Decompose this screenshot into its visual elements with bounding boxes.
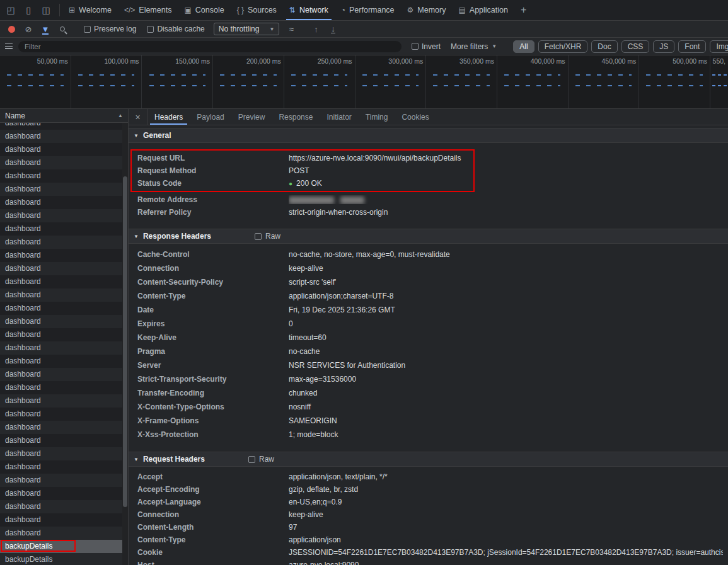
request-row-dashboard[interactable]: dashboard xyxy=(0,262,122,275)
request-row-backupdetails[interactable]: backupDetails xyxy=(0,540,122,553)
request-row-dashboard[interactable]: dashboard xyxy=(0,275,122,288)
preserve-log-checkbox[interactable]: Preserve log xyxy=(84,25,136,33)
detail-tab-response[interactable]: Response xyxy=(272,109,320,125)
filter-chip-css[interactable]: CSS xyxy=(621,40,650,53)
collapse-triangle-icon[interactable]: ▼ xyxy=(134,234,139,239)
section-header-response-headers[interactable]: ▼Response HeadersRaw xyxy=(129,229,728,244)
filter-chip-font[interactable]: Font xyxy=(678,40,706,53)
request-name: dashboard xyxy=(5,343,41,352)
dock-panel-icon[interactable]: ◫ xyxy=(38,3,54,18)
requests-list: dashboarddashboarddashboarddashboarddash… xyxy=(0,123,122,565)
request-row-dashboard[interactable]: dashboard xyxy=(0,527,122,540)
requests-column-header[interactable]: Name ▲ xyxy=(0,109,128,123)
request-row-dashboard[interactable]: dashboard xyxy=(0,421,122,434)
request-row-dashboard[interactable]: dashboard xyxy=(0,249,122,262)
record-button[interactable] xyxy=(4,23,19,36)
header-value: JSESSIONID=54F2261D1E7EC7B03482D413E97B7… xyxy=(289,548,723,557)
request-row-dashboard[interactable]: dashboard xyxy=(0,123,122,130)
request-row-dashboard[interactable]: dashboard xyxy=(0,302,122,315)
tab-welcome[interactable]: ⊞Welcome xyxy=(62,0,118,20)
request-row-dashboard[interactable]: dashboard xyxy=(0,222,122,236)
network-main-panel: Name ▲ dashboarddashboarddashboarddashbo… xyxy=(0,109,728,565)
detail-tab-initiator[interactable]: Initiator xyxy=(320,109,358,125)
request-row-dashboard[interactable]: dashboard xyxy=(0,236,122,249)
request-row-dashboard[interactable]: dashboard xyxy=(0,447,122,460)
request-row-dashboard[interactable]: dashboard xyxy=(0,394,122,408)
device-toolbar-icon[interactable]: ▯ xyxy=(20,3,37,18)
detail-tab-preview[interactable]: Preview xyxy=(231,109,272,125)
request-row-dashboard[interactable]: dashboard xyxy=(0,500,122,513)
filter-input[interactable] xyxy=(18,41,402,52)
detail-tab-payload[interactable]: Payload xyxy=(190,109,231,125)
export-har-icon[interactable]: ↓ xyxy=(325,23,340,36)
request-row-dashboard[interactable]: dashboard xyxy=(0,381,122,394)
clear-network-log-icon[interactable]: ⊘ xyxy=(21,23,36,36)
collapse-triangle-icon[interactable]: ▼ xyxy=(134,133,139,139)
header-row: ServerNSR SERVICES for Authentication xyxy=(129,358,728,372)
invert-checkbox[interactable]: Invert xyxy=(412,42,441,51)
request-row-dashboard[interactable]: dashboard xyxy=(0,183,122,196)
request-row-dashboard[interactable]: dashboard xyxy=(0,143,122,156)
tab-performance[interactable]: ◔Performance xyxy=(335,0,401,20)
tab-elements[interactable]: </>Elements xyxy=(118,0,178,20)
detail-tab-cookies[interactable]: Cookies xyxy=(395,109,436,125)
filter-funnel-icon[interactable]: ▼ xyxy=(38,23,53,36)
raw-toggle[interactable]: Raw xyxy=(255,232,280,241)
request-row-dashboard[interactable]: dashboard xyxy=(0,328,122,341)
tab-sources[interactable]: { }Sources xyxy=(231,0,283,20)
request-row-dashboard[interactable]: dashboard xyxy=(0,156,122,169)
section-general: ▼GeneralRequest URLhttps://azure-nve.loc… xyxy=(129,128,728,220)
header-value: azure-nve.local:9090 xyxy=(289,561,723,565)
devtools-tabs: ⊞Welcome</>Elements▣Console{ }Sources⇅Ne… xyxy=(62,0,533,20)
request-row-backupdetails[interactable]: backupDetails xyxy=(0,553,122,565)
section-header-request-headers[interactable]: ▼Request HeadersRaw xyxy=(129,452,728,467)
search-icon[interactable] xyxy=(55,23,70,36)
memory-icon: ⚙ xyxy=(407,6,414,14)
request-row-dashboard[interactable]: dashboard xyxy=(0,288,122,302)
throttling-dropdown[interactable]: No throttling ▼ xyxy=(214,23,280,35)
scroll-up-icon[interactable]: ▲ xyxy=(118,113,123,118)
disable-cache-checkbox[interactable]: Disable cache xyxy=(147,25,204,33)
filter-chip-js[interactable]: JS xyxy=(653,40,674,53)
request-row-dashboard[interactable]: dashboard xyxy=(0,130,122,143)
request-row-dashboard[interactable]: dashboard xyxy=(0,209,122,222)
scrollbar-thumb[interactable] xyxy=(123,176,127,507)
request-row-dashboard[interactable]: dashboard xyxy=(0,487,122,500)
header-value: en-US,en;q=0.9 xyxy=(289,498,723,506)
network-overview-timeline[interactable]: 50,000 ms100,000 ms150,000 ms200,000 ms2… xyxy=(0,55,728,109)
request-row-dashboard[interactable]: dashboard xyxy=(0,513,122,527)
request-row-dashboard[interactable]: dashboard xyxy=(0,355,122,368)
tab-application[interactable]: ▤Application xyxy=(452,0,514,20)
requests-scrollbar[interactable] xyxy=(122,123,128,565)
tab-network[interactable]: ⇅Network xyxy=(283,0,335,20)
collapse-triangle-icon[interactable]: ▼ xyxy=(134,457,139,462)
request-row-dashboard[interactable]: dashboard xyxy=(0,368,122,381)
tab-memory[interactable]: ⚙Memory xyxy=(401,0,453,20)
raw-toggle[interactable]: Raw xyxy=(248,455,274,464)
filter-chip-all[interactable]: All xyxy=(513,40,534,53)
timeline-dashes xyxy=(646,85,702,86)
request-row-dashboard[interactable]: dashboard xyxy=(0,408,122,421)
filter-chip-doc[interactable]: Doc xyxy=(591,40,617,53)
close-details-icon[interactable]: × xyxy=(129,109,147,125)
tab-label: Network xyxy=(299,6,328,14)
network-conditions-icon[interactable]: ≈ xyxy=(284,23,299,36)
section-header-general[interactable]: ▼General xyxy=(129,128,728,143)
filter-chip-fetch-xhr[interactable]: Fetch/XHR xyxy=(538,40,588,53)
import-har-icon[interactable]: ↑ xyxy=(308,23,323,36)
request-row-dashboard[interactable]: dashboard xyxy=(0,434,122,447)
more-tabs-button[interactable]: + xyxy=(514,0,533,20)
request-row-dashboard[interactable]: dashboard xyxy=(0,196,122,209)
request-row-dashboard[interactable]: dashboard xyxy=(0,169,122,183)
header-value: strict-origin-when-cross-origin xyxy=(289,208,723,217)
filter-chip-img[interactable]: Img xyxy=(710,40,728,53)
request-row-dashboard[interactable]: dashboard xyxy=(0,460,122,474)
request-row-dashboard[interactable]: dashboard xyxy=(0,341,122,355)
request-row-dashboard[interactable]: dashboard xyxy=(0,474,122,487)
detail-tab-timing[interactable]: Timing xyxy=(359,109,395,125)
request-row-dashboard[interactable]: dashboard xyxy=(0,315,122,328)
inspect-element-icon[interactable]: ◰ xyxy=(3,3,19,18)
tab-console[interactable]: ▣Console xyxy=(178,0,230,20)
detail-tab-headers[interactable]: Headers xyxy=(147,109,190,125)
more-filters-dropdown[interactable]: More filters ▼ xyxy=(451,42,497,51)
